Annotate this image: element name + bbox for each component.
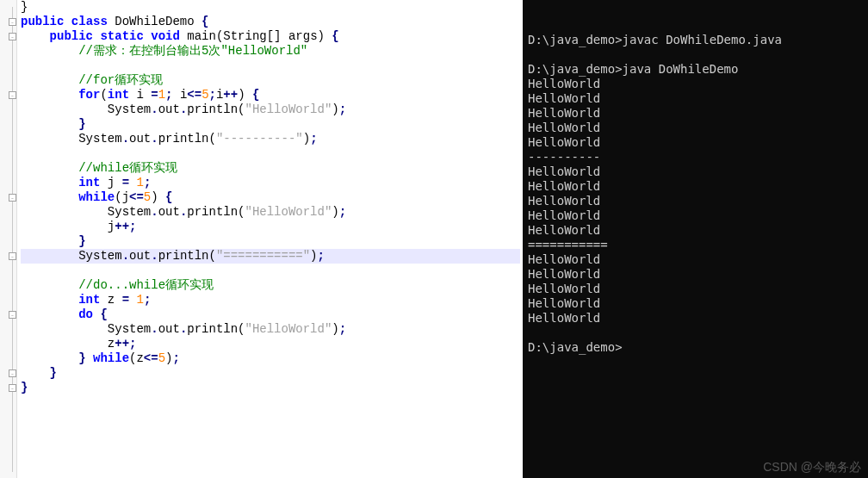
code-token: ++ [115,337,129,351]
code-line[interactable]: while(j<=5) { [21,190,523,205]
code-token: //do...while循环实现 [78,278,214,292]
terminal-line: HelloWorld [528,121,863,135]
code-line[interactable]: } [21,234,523,249]
code-token: ; [310,132,317,146]
terminal-line [528,47,863,62]
code-line[interactable]: System.out.println("HelloWorld"); [21,322,523,337]
code-line[interactable]: //for循环实现 [21,73,523,88]
terminal-output: D:\java_demo>javac DoWhileDemo.java D:\j… [528,33,863,355]
code-token: j [108,220,115,233]
code-editor[interactable]: -------- }public class DoWhileDemo { pub… [0,0,523,478]
code-token: <= [129,190,144,204]
code-token: = [151,88,158,102]
fold-toggle-icon[interactable]: - [9,311,16,319]
code-line[interactable]: int z = 1; [21,293,523,307]
code-token: . [151,132,158,146]
terminal-line [528,326,863,340]
code-token: i [173,88,188,102]
terminal-line: HelloWorld [528,223,863,238]
code-token [86,351,93,365]
code-line[interactable]: } [21,381,523,395]
code-token: out [158,102,180,116]
code-line[interactable]: } [21,117,523,132]
terminal-line: HelloWorld [528,135,863,150]
terminal-line: HelloWorld [528,267,863,282]
code-line[interactable]: for(int i =1; i<=5;i++) { [21,88,523,102]
code-line[interactable]: System.out.println("==========="); [21,249,520,264]
fold-toggle-icon[interactable]: - [9,18,16,26]
code-token: "===========" [216,249,310,263]
code-line[interactable]: //do...while循环实现 [21,278,523,293]
code-token: } [78,234,85,248]
code-line[interactable]: do { [21,307,523,322]
terminal-line: D:\java_demo> [528,340,863,355]
fold-toggle-icon[interactable]: - [9,91,16,99]
code-token: ) [303,132,310,146]
code-token: //while循环实现 [78,161,177,175]
code-token: ) [310,249,317,263]
code-token: = [122,293,129,307]
code-token: ; [339,205,346,219]
code-line[interactable]: System.out.println("HelloWorld"); [21,102,523,117]
code-token: { [252,88,259,102]
terminal-line: HelloWorld [528,165,863,179]
code-token: int [108,88,129,102]
code-line[interactable]: j++; [21,220,523,234]
terminal-line: D:\java_demo>java DoWhileDemo [528,62,863,77]
fold-toggle-icon[interactable]: - [9,33,16,40]
code-line[interactable] [21,146,523,161]
terminal[interactable]: D:\java_demo>javac DoWhileDemo.java D:\j… [523,0,868,478]
code-token: . [151,102,158,116]
fold-toggle-icon[interactable]: - [9,369,16,377]
code-token: DoWhileDemo [115,15,194,28]
code-token: } [50,366,57,380]
code-token: "----------" [216,132,303,146]
code-line[interactable] [21,264,523,278]
code-area[interactable]: }public class DoWhileDemo { public stati… [21,0,523,395]
code-token: out [129,132,151,146]
code-token: //for循环实现 [78,73,163,87]
fold-toggle-icon[interactable]: - [9,384,16,392]
code-token: println [187,322,238,336]
code-token: <= [144,351,158,365]
code-token: int [78,293,100,307]
terminal-line: HelloWorld [528,77,863,91]
code-token: ; [144,293,151,307]
code-line[interactable]: z++; [21,337,523,351]
code-line[interactable]: //需求：在控制台输出5次"HelloWorld" [21,44,523,59]
code-line[interactable]: //while循环实现 [21,161,523,176]
code-token: ( [238,102,245,116]
code-token: [] [267,29,282,43]
fold-toggle-icon[interactable]: - [9,194,16,202]
code-token: println [158,249,209,263]
code-token: //需求：在控制台输出5次"HelloWorld" [78,44,307,58]
code-line[interactable]: } [21,366,523,381]
code-line[interactable]: } while(z<=5); [21,351,523,366]
code-token: z [108,337,115,351]
code-token: . [151,205,158,219]
code-token: ; [129,220,136,233]
code-token: 5 [158,351,165,365]
code-line[interactable] [21,59,523,73]
code-token: public [21,15,64,28]
code-token: ; [129,337,136,351]
terminal-line: HelloWorld [528,194,863,208]
code-token: ++ [115,220,129,233]
code-token: out [129,249,151,263]
code-line[interactable]: } [21,0,523,15]
code-token: j [122,190,129,204]
code-token [245,88,252,102]
code-line[interactable]: System.out.println("HelloWorld"); [21,205,523,220]
code-token: ( [208,249,215,263]
terminal-line: HelloWorld [528,296,863,311]
code-token: ( [100,88,107,102]
code-line[interactable]: System.out.println("----------"); [21,132,523,146]
code-line[interactable]: public static void main(String[] args) { [21,29,523,44]
code-line[interactable]: int j = 1; [21,176,523,190]
fold-toggle-icon[interactable]: - [9,252,16,260]
code-token: System [108,205,151,219]
terminal-line: HelloWorld [528,282,863,296]
watermark: CSDN @今晚务必 [763,460,861,475]
code-token: "HelloWorld" [245,322,332,336]
code-line[interactable]: public class DoWhileDemo { [21,15,523,29]
